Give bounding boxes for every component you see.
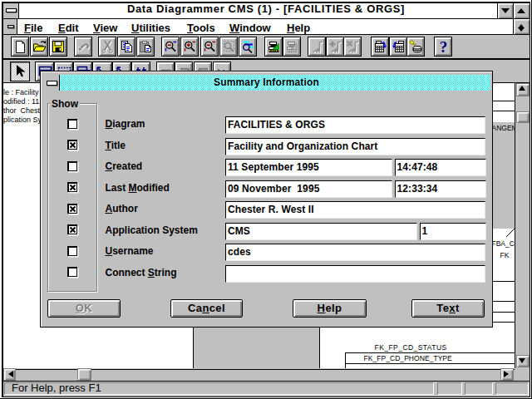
svg-text:?: ? <box>439 40 447 54</box>
